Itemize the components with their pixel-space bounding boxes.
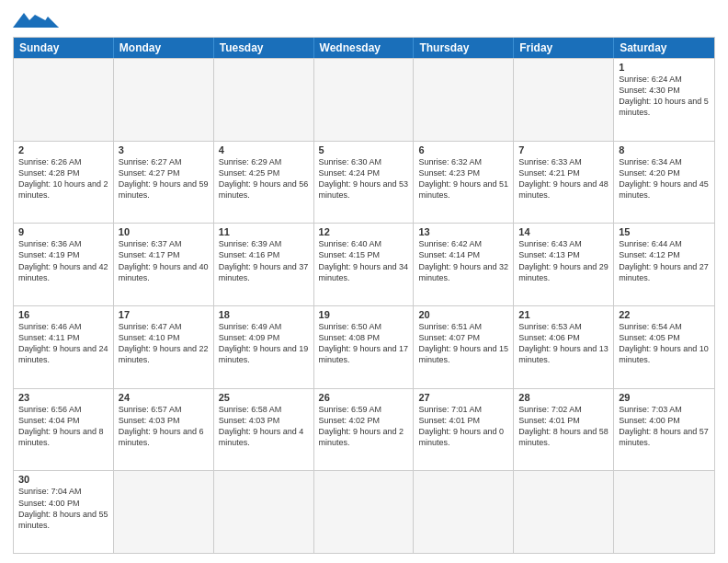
calendar-cell: 27Sunrise: 7:01 AM Sunset: 4:01 PM Dayli… [414, 389, 514, 471]
calendar-cell: 5Sunrise: 6:30 AM Sunset: 4:24 PM Daylig… [314, 142, 415, 224]
calendar-cell: 30Sunrise: 7:04 AM Sunset: 4:00 PM Dayli… [14, 471, 114, 553]
calendar-cell: 23Sunrise: 6:56 AM Sunset: 4:04 PM Dayli… [14, 389, 114, 471]
day-info: Sunrise: 6:58 AM Sunset: 4:03 PM Dayligh… [219, 404, 309, 449]
day-number: 18 [219, 309, 309, 320]
calendar-row-1: 2Sunrise: 6:26 AM Sunset: 4:28 PM Daylig… [14, 141, 714, 224]
day-info: Sunrise: 6:34 AM Sunset: 4:20 PM Dayligh… [619, 156, 710, 201]
day-info: Sunrise: 6:43 AM Sunset: 4:13 PM Dayligh… [518, 238, 609, 283]
day-number: 30 [18, 474, 108, 485]
day-number: 8 [619, 144, 710, 155]
day-number: 26 [319, 392, 409, 403]
day-number: 25 [219, 392, 309, 403]
calendar-cell: 1Sunrise: 6:24 AM Sunset: 4:30 PM Daylig… [614, 59, 714, 141]
calendar-row-2: 9Sunrise: 6:36 AM Sunset: 4:19 PM Daylig… [14, 223, 714, 305]
day-number: 2 [18, 144, 108, 155]
day-info: Sunrise: 6:39 AM Sunset: 4:16 PM Dayligh… [219, 238, 309, 283]
day-number: 29 [619, 392, 710, 403]
day-info: Sunrise: 6:49 AM Sunset: 4:09 PM Dayligh… [219, 321, 309, 366]
calendar-cell: 12Sunrise: 6:40 AM Sunset: 4:15 PM Dayli… [314, 224, 415, 305]
day-number: 14 [518, 226, 609, 237]
calendar-cell: 25Sunrise: 6:58 AM Sunset: 4:03 PM Dayli… [214, 389, 314, 471]
calendar-header: SundayMondayTuesdayWednesdayThursdayFrid… [14, 38, 714, 58]
day-info: Sunrise: 6:24 AM Sunset: 4:30 PM Dayligh… [619, 74, 710, 119]
header [13, 9, 715, 31]
day-info: Sunrise: 7:04 AM Sunset: 4:00 PM Dayligh… [18, 486, 108, 531]
day-number: 1 [619, 62, 710, 73]
calendar-cell: 26Sunrise: 6:59 AM Sunset: 4:02 PM Dayli… [314, 389, 415, 471]
day-number: 24 [119, 392, 209, 403]
calendar-cell: 20Sunrise: 6:51 AM Sunset: 4:07 PM Dayli… [414, 306, 514, 388]
day-info: Sunrise: 6:54 AM Sunset: 4:05 PM Dayligh… [619, 321, 710, 366]
calendar-cell [214, 471, 314, 553]
day-info: Sunrise: 7:02 AM Sunset: 4:01 PM Dayligh… [518, 404, 609, 449]
header-day-sunday: Sunday [14, 38, 114, 58]
day-number: 10 [119, 226, 209, 237]
calendar-cell [414, 471, 514, 553]
calendar: SundayMondayTuesdayWednesdayThursdayFrid… [13, 37, 715, 554]
calendar-cell: 2Sunrise: 6:26 AM Sunset: 4:28 PM Daylig… [14, 142, 114, 224]
day-number: 11 [219, 226, 309, 237]
day-info: Sunrise: 6:47 AM Sunset: 4:10 PM Dayligh… [119, 321, 209, 366]
page: SundayMondayTuesdayWednesdayThursdayFrid… [0, 0, 728, 563]
calendar-cell: 15Sunrise: 6:44 AM Sunset: 4:12 PM Dayli… [614, 224, 714, 305]
calendar-cell: 28Sunrise: 7:02 AM Sunset: 4:01 PM Dayli… [514, 389, 614, 471]
calendar-cell [314, 59, 415, 141]
day-number: 22 [619, 309, 710, 320]
calendar-cell: 16Sunrise: 6:46 AM Sunset: 4:11 PM Dayli… [14, 306, 114, 388]
day-number: 27 [418, 392, 508, 403]
logo-icon [13, 13, 59, 28]
calendar-cell: 9Sunrise: 6:36 AM Sunset: 4:19 PM Daylig… [14, 224, 114, 305]
calendar-row-5: 30Sunrise: 7:04 AM Sunset: 4:00 PM Dayli… [14, 470, 714, 553]
calendar-cell: 17Sunrise: 6:47 AM Sunset: 4:10 PM Dayli… [114, 306, 214, 388]
calendar-cell [614, 471, 714, 553]
day-info: Sunrise: 6:26 AM Sunset: 4:28 PM Dayligh… [18, 156, 108, 201]
day-info: Sunrise: 6:50 AM Sunset: 4:08 PM Dayligh… [319, 321, 409, 366]
calendar-row-4: 23Sunrise: 6:56 AM Sunset: 4:04 PM Dayli… [14, 388, 714, 471]
day-number: 4 [219, 144, 309, 155]
calendar-cell: 18Sunrise: 6:49 AM Sunset: 4:09 PM Dayli… [214, 306, 314, 388]
day-number: 12 [319, 226, 409, 237]
day-info: Sunrise: 6:57 AM Sunset: 4:03 PM Dayligh… [119, 404, 209, 449]
calendar-cell [214, 59, 314, 141]
day-info: Sunrise: 7:03 AM Sunset: 4:00 PM Dayligh… [619, 404, 710, 449]
day-info: Sunrise: 6:53 AM Sunset: 4:06 PM Dayligh… [518, 321, 609, 366]
day-number: 28 [518, 392, 609, 403]
day-info: Sunrise: 6:32 AM Sunset: 4:23 PM Dayligh… [418, 156, 508, 201]
day-info: Sunrise: 6:29 AM Sunset: 4:25 PM Dayligh… [219, 156, 309, 201]
logo [13, 13, 59, 31]
calendar-cell: 10Sunrise: 6:37 AM Sunset: 4:17 PM Dayli… [114, 224, 214, 305]
day-number: 17 [119, 309, 209, 320]
calendar-row-0: 1Sunrise: 6:24 AM Sunset: 4:30 PM Daylig… [14, 58, 714, 141]
day-number: 6 [418, 144, 508, 155]
day-number: 20 [418, 309, 508, 320]
calendar-cell: 6Sunrise: 6:32 AM Sunset: 4:23 PM Daylig… [414, 142, 514, 224]
day-info: Sunrise: 6:42 AM Sunset: 4:14 PM Dayligh… [418, 238, 508, 283]
day-info: Sunrise: 6:51 AM Sunset: 4:07 PM Dayligh… [418, 321, 508, 366]
day-number: 3 [119, 144, 209, 155]
day-info: Sunrise: 6:36 AM Sunset: 4:19 PM Dayligh… [18, 238, 108, 283]
calendar-row-3: 16Sunrise: 6:46 AM Sunset: 4:11 PM Dayli… [14, 305, 714, 388]
day-number: 13 [418, 226, 508, 237]
calendar-cell [114, 471, 214, 553]
calendar-cell: 19Sunrise: 6:50 AM Sunset: 4:08 PM Dayli… [314, 306, 415, 388]
calendar-cell [414, 59, 514, 141]
day-number: 23 [18, 392, 108, 403]
calendar-cell [514, 59, 614, 141]
header-day-monday: Monday [114, 38, 214, 58]
day-info: Sunrise: 6:44 AM Sunset: 4:12 PM Dayligh… [619, 238, 710, 283]
calendar-cell: 13Sunrise: 6:42 AM Sunset: 4:14 PM Dayli… [414, 224, 514, 305]
header-day-friday: Friday [514, 38, 614, 58]
calendar-cell [514, 471, 614, 553]
calendar-cell: 8Sunrise: 6:34 AM Sunset: 4:20 PM Daylig… [614, 142, 714, 224]
day-number: 7 [518, 144, 609, 155]
day-number: 9 [18, 226, 108, 237]
calendar-cell: 7Sunrise: 6:33 AM Sunset: 4:21 PM Daylig… [514, 142, 614, 224]
calendar-cell: 3Sunrise: 6:27 AM Sunset: 4:27 PM Daylig… [114, 142, 214, 224]
calendar-cell: 11Sunrise: 6:39 AM Sunset: 4:16 PM Dayli… [214, 224, 314, 305]
day-info: Sunrise: 6:37 AM Sunset: 4:17 PM Dayligh… [119, 238, 209, 283]
day-info: Sunrise: 7:01 AM Sunset: 4:01 PM Dayligh… [418, 404, 508, 449]
day-number: 19 [319, 309, 409, 320]
calendar-cell: 14Sunrise: 6:43 AM Sunset: 4:13 PM Dayli… [514, 224, 614, 305]
calendar-cell [114, 59, 214, 141]
day-info: Sunrise: 6:56 AM Sunset: 4:04 PM Dayligh… [18, 404, 108, 449]
